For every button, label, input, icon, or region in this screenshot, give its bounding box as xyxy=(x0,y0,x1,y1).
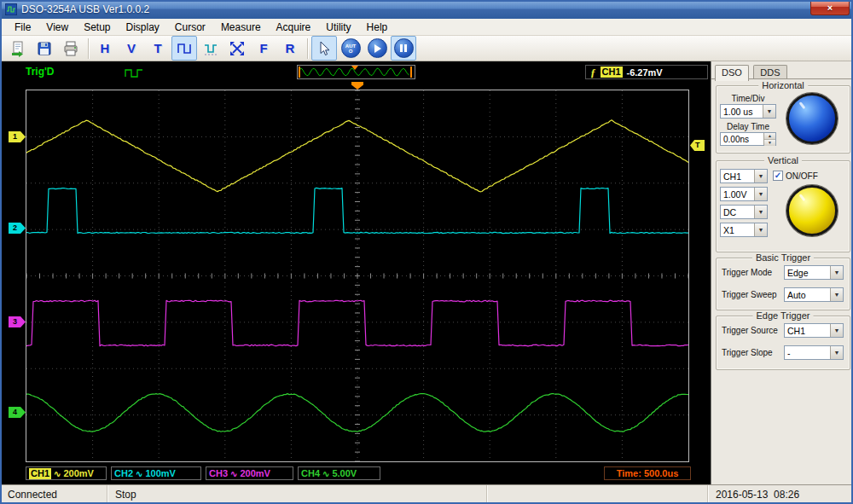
menu-setup[interactable]: Setup xyxy=(76,20,118,35)
channel3-marker[interactable]: 3 xyxy=(9,316,26,327)
menu-file[interactable]: File xyxy=(7,20,38,35)
coupling-select[interactable]: DC ▼ xyxy=(720,205,768,219)
cursor-button[interactable] xyxy=(311,36,337,61)
refresh-button[interactable]: R xyxy=(277,36,303,61)
channel3-label: CH3 xyxy=(209,468,228,478)
trigger-position-preview[interactable] xyxy=(297,65,415,79)
trigger-sweep-select[interactable]: Auto ▼ xyxy=(784,287,844,302)
trigger-sweep-value: Auto xyxy=(785,290,830,300)
toolbar-separator xyxy=(88,38,89,59)
window-title: DSO-3254A USB Ver1.0.0.2 xyxy=(21,3,149,15)
app-icon xyxy=(5,3,17,15)
close-button[interactable]: × xyxy=(810,0,850,15)
tab-dso[interactable]: DSO xyxy=(715,65,749,81)
autoset-icon: AUTO xyxy=(341,38,361,58)
trigger-mode-value: Edge xyxy=(785,268,830,278)
channel-select[interactable]: CH1 ▼ xyxy=(720,169,768,183)
dropdown-arrow-icon: ▼ xyxy=(754,188,767,200)
basic-trigger-group-title: Basic Trigger xyxy=(752,252,814,263)
trigger-source-value: CH1 xyxy=(785,326,830,336)
channel1-coupling-icon: ∿ xyxy=(54,469,61,478)
delay-time-label: Delay Time xyxy=(720,122,776,131)
trigger-source-label: Trigger Source xyxy=(722,326,778,335)
trigger-source-select[interactable]: CH1 ▼ xyxy=(784,323,844,338)
trigger-level-marker[interactable]: T xyxy=(690,140,705,151)
dropdown-arrow-icon: ▼ xyxy=(754,206,767,218)
application-window: DSO-3254A USB Ver1.0.0.2 × File View Set… xyxy=(0,0,853,504)
channel4-marker[interactable]: 4 xyxy=(9,407,26,418)
timebase-readout: Time: 500.0us xyxy=(604,466,691,480)
menu-help[interactable]: Help xyxy=(359,20,396,35)
channel-onoff-checkbox[interactable]: ✓ ON/OFF xyxy=(773,171,818,181)
channel-select-value: CH1 xyxy=(721,171,754,182)
titlebar[interactable]: DSO-3254A USB Ver1.0.0.2 × xyxy=(0,0,853,19)
channel3-coupling-icon: ∿ xyxy=(230,469,237,478)
timebase-value: Time: 500.0us xyxy=(617,468,679,478)
pause-button[interactable] xyxy=(391,36,416,61)
timediv-select[interactable]: 1.00 us ▼ xyxy=(720,104,776,119)
scope-display xyxy=(26,90,689,462)
menu-cursor[interactable]: Cursor xyxy=(167,20,213,35)
volts-div-value: 1.00V xyxy=(721,189,754,200)
panel-body: Horizontal Time/Div 1.00 us ▼ Delay Time… xyxy=(711,78,853,484)
trigger-position-marker[interactable] xyxy=(351,82,363,90)
menu-display[interactable]: Display xyxy=(119,20,167,35)
dropdown-arrow-icon: ▼ xyxy=(754,170,767,182)
coupling-value: DC xyxy=(721,207,754,217)
delay-time-spinner[interactable]: 0.00ns ▲ ▼ xyxy=(720,132,776,146)
toolbar-separator xyxy=(307,38,308,59)
trigger-button[interactable]: T xyxy=(145,36,171,61)
channel1-marker[interactable]: 1 xyxy=(9,131,26,142)
vertical-knob[interactable] xyxy=(786,185,838,236)
play-icon xyxy=(368,38,387,58)
trigger-slope-value: - xyxy=(785,348,830,358)
vertical-button[interactable]: V xyxy=(119,36,144,61)
xy-mode-button[interactable] xyxy=(224,36,250,61)
channel3-scale: 200mV xyxy=(240,468,270,478)
control-panel: DSO DDS Horizontal Time/Div 1.00 us ▼ De… xyxy=(711,61,853,484)
statusbar: Connected Stop 2016-05-13 08:26 xyxy=(0,484,853,504)
trigger-mode-select[interactable]: Edge ▼ xyxy=(784,265,844,280)
open-button[interactable] xyxy=(5,36,31,61)
trigger-symbol-icon: ƒ xyxy=(590,67,596,78)
trigger-slope-select[interactable]: - ▼ xyxy=(784,345,844,360)
volts-div-select[interactable]: 1.00V ▼ xyxy=(720,187,768,201)
spinner-down-icon[interactable]: ▼ xyxy=(764,140,775,146)
timediv-label: Time/Div xyxy=(720,94,776,103)
waveform-ref-button[interactable] xyxy=(198,36,223,61)
probe-value: X1 xyxy=(721,225,754,235)
autoset-button[interactable]: AUTO xyxy=(338,36,363,61)
menu-measure[interactable]: Measure xyxy=(213,20,269,35)
panel-tabs: DSO DDS xyxy=(711,61,853,79)
channel4-label: CH4 xyxy=(301,468,320,478)
menu-acquire[interactable]: Acquire xyxy=(269,20,319,35)
fft-button[interactable]: F xyxy=(251,36,276,61)
print-button[interactable] xyxy=(58,36,84,61)
channel2-coupling-icon: ∿ xyxy=(136,469,142,478)
save-button[interactable] xyxy=(32,36,57,61)
delay-time-value: 0.00ns xyxy=(721,135,763,144)
menubar: File View Setup Display Cursor Measure A… xyxy=(0,19,853,36)
dropdown-arrow-icon: ▼ xyxy=(830,266,843,279)
spinner-up-icon[interactable]: ▲ xyxy=(764,133,775,140)
trigger-source-badge: CH1 xyxy=(601,67,623,78)
channel2-label: CH2 xyxy=(114,468,133,478)
horizontal-knob[interactable] xyxy=(786,93,838,144)
status-connection: Connected xyxy=(0,485,107,504)
run-button[interactable] xyxy=(364,36,390,61)
channel-onoff-label: ON/OFF xyxy=(786,171,818,181)
channel4-coupling-icon: ∿ xyxy=(322,469,329,478)
horizontal-button[interactable]: H xyxy=(92,36,118,61)
waveform-mode-button[interactable] xyxy=(171,36,197,61)
checkbox-check-icon: ✓ xyxy=(773,171,783,181)
dropdown-arrow-icon: ▼ xyxy=(830,288,843,301)
timediv-value: 1.00 us xyxy=(721,107,763,117)
probe-select[interactable]: X1 ▼ xyxy=(720,223,768,237)
channel2-scale: 100mV xyxy=(145,468,175,478)
menu-view[interactable]: View xyxy=(38,20,76,35)
trigger-sweep-label: Trigger Sweep xyxy=(722,290,777,299)
dropdown-arrow-icon: ▼ xyxy=(830,324,843,337)
channel2-marker[interactable]: 2 xyxy=(9,223,26,234)
status-datetime: 2016-05-13 08:26 xyxy=(708,485,853,504)
menu-utility[interactable]: Utility xyxy=(318,20,358,35)
